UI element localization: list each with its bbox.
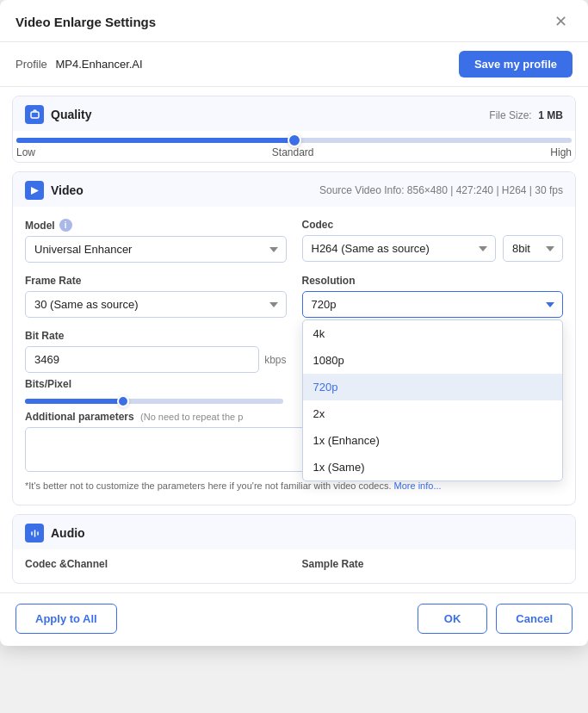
audio-cols: Codec &Channel Sample Rate: [25, 558, 563, 574]
quality-file-size: File Size: 1 MB: [489, 108, 563, 121]
audio-section: Audio Codec &Channel Sample Rate: [12, 514, 576, 584]
resolution-select-button[interactable]: 720p: [302, 291, 564, 318]
dialog-container: Video Enlarge Settings ✕ Profile MP4.Enh…: [0, 0, 588, 646]
resolution-dropdown: 4k 1080p 720p 2x 1x (Enhance) 1x (Same): [302, 319, 564, 481]
video-section-body: Model i Universal Enhancer Codec H264 (S…: [13, 207, 575, 505]
framerate-resolution-row: Frame Rate 30 (Same as source) Resolutio…: [25, 275, 563, 318]
quality-icon: [25, 105, 44, 124]
video-section-header: Video Source Video Info: 856×480 | 427:2…: [13, 172, 575, 207]
bitrate-label: Bit Rate: [25, 330, 287, 342]
audio-sample-rate-col: Sample Rate: [302, 558, 564, 574]
video-source-info: Source Video Info: 856×480 | 427:240 | H…: [319, 184, 563, 196]
profile-row: Profile MP4.Enhancer.AI Save my profile: [0, 42, 588, 87]
bitrate-input-row: kbps: [25, 346, 287, 373]
resolution-option-720p[interactable]: 720p: [303, 374, 563, 400]
apply-all-button[interactable]: Apply to All: [15, 604, 117, 634]
resolution-option-1x-same[interactable]: 1x (Same): [303, 454, 563, 480]
bitrate-unit: kbps: [264, 354, 286, 366]
codec-label: Codec: [302, 219, 564, 231]
audio-section-header: Audio: [13, 515, 575, 549]
footer: Apply to All OK Cancel: [0, 592, 588, 646]
cancel-button[interactable]: Cancel: [496, 604, 573, 634]
bits-pixel-thumb[interactable]: [117, 395, 129, 407]
quality-slider-track[interactable]: [16, 138, 572, 143]
audio-sample-rate-label: Sample Rate: [302, 558, 564, 570]
quality-slider-area: Low Standard High: [13, 138, 575, 162]
svg-rect-0: [31, 112, 39, 118]
footer-right-buttons: OK Cancel: [418, 604, 573, 634]
bitrate-input[interactable]: [25, 346, 259, 373]
quality-section-title: Quality: [25, 105, 91, 124]
warning-text: *It's better not to customize the parame…: [25, 480, 563, 493]
quality-section: Quality File Size: 1 MB Low Standard Hig…: [12, 96, 576, 163]
resolution-option-4k[interactable]: 4k: [303, 320, 563, 347]
resolution-wrap: 720p 4k 1080p 720p 2x 1x (Enhance) 1x (S…: [302, 291, 564, 318]
slider-standard-label: Standard: [35, 146, 550, 158]
audio-codec-label: Codec &Channel: [25, 558, 287, 570]
model-label: Model i: [25, 219, 287, 232]
ok-button[interactable]: OK: [418, 604, 488, 634]
slider-low-label: Low: [16, 146, 35, 158]
quality-slider-labels: Low Standard High: [16, 146, 572, 158]
bits-pixel-track[interactable]: [25, 399, 283, 404]
profile-info: Profile MP4.Enhancer.AI: [15, 58, 143, 71]
frame-rate-col: Frame Rate 30 (Same as source): [25, 275, 287, 318]
video-section: Video Source Video Info: 856×480 | 427:2…: [12, 171, 576, 505]
resolution-option-1080p[interactable]: 1080p: [303, 347, 563, 374]
slider-high-label: High: [550, 146, 572, 158]
resolution-label: Resolution: [302, 275, 564, 287]
audio-section-title: Audio: [51, 526, 85, 540]
more-info-link[interactable]: More info...: [394, 480, 442, 491]
audio-icon: [25, 524, 44, 542]
audio-codec-col: Codec &Channel: [25, 558, 287, 574]
audio-section-body: Codec &Channel Sample Rate: [13, 549, 575, 583]
additional-note: (No need to repeat the p: [140, 412, 243, 422]
model-select[interactable]: Universal Enhancer: [25, 236, 287, 263]
frame-rate-label: Frame Rate: [25, 275, 287, 287]
resolution-col: Resolution 720p 4k 1080p 720p 2x 1x (Enh…: [302, 275, 564, 318]
model-col: Model i Universal Enhancer: [25, 219, 287, 263]
codec-select-row: H264 (Same as source) 8bit: [302, 235, 564, 262]
codec-col: Codec H264 (Same as source) 8bit: [302, 219, 564, 262]
svg-marker-1: [31, 187, 39, 195]
dialog-title: Video Enlarge Settings: [15, 15, 156, 29]
bit-depth-select[interactable]: 8bit: [503, 235, 563, 262]
video-section-title: Video: [25, 181, 84, 200]
quality-section-header: Quality File Size: 1 MB: [13, 96, 575, 131]
frame-rate-select[interactable]: 30 (Same as source): [25, 291, 287, 318]
dialog-header: Video Enlarge Settings ✕: [0, 0, 588, 42]
video-icon: [25, 181, 44, 200]
quality-slider-thumb[interactable]: [288, 133, 301, 147]
profile-name: MP4.Enhancer.AI: [55, 58, 142, 71]
codec-select[interactable]: H264 (Same as source): [302, 235, 497, 262]
resolution-option-1x-enhance[interactable]: 1x (Enhance): [303, 427, 563, 454]
model-info-icon[interactable]: i: [59, 219, 72, 232]
bitrate-col: Bit Rate kbps: [25, 330, 287, 373]
bits-pixel-fill: [25, 399, 123, 404]
quality-slider-fill: [16, 138, 294, 143]
model-codec-row: Model i Universal Enhancer Codec H264 (S…: [25, 219, 563, 263]
profile-label: Profile: [15, 58, 47, 71]
close-button[interactable]: ✕: [549, 12, 573, 31]
resolution-option-2x[interactable]: 2x: [303, 400, 563, 427]
save-profile-button[interactable]: Save my profile: [459, 51, 573, 78]
